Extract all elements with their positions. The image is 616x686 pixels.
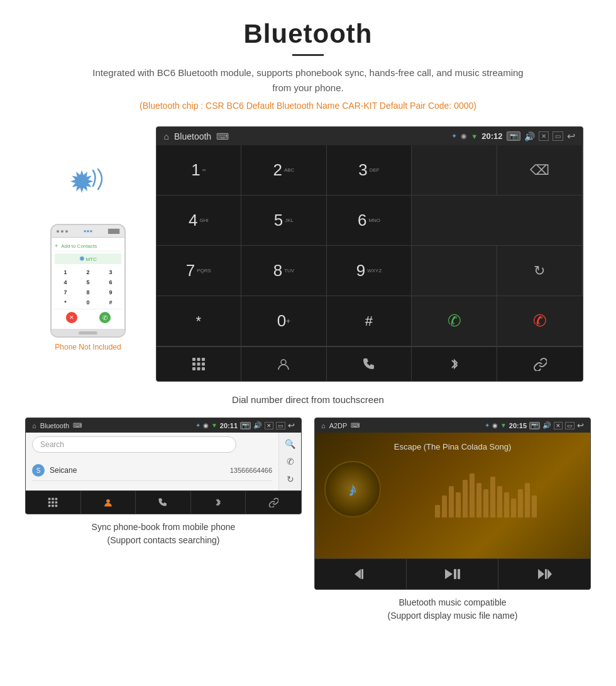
music-bt-icon: ✦	[485, 422, 490, 429]
phone-screen-content: + Add to Contacts ✹ MTC 1 2 3 4 5 6 7 8 …	[52, 238, 124, 329]
add-contact-bar: + Add to Contacts	[55, 241, 121, 252]
pb-home-icon[interactable]: ⌂	[32, 422, 36, 429]
svg-rect-10	[48, 498, 51, 501]
nav-link[interactable]	[497, 347, 583, 381]
page-title: Bluetooth	[13, 19, 603, 49]
music-play-pause[interactable]	[407, 559, 498, 589]
music-usb-icon: ⌨	[351, 422, 360, 429]
music-close-icon[interactable]: ✕	[554, 422, 563, 429]
sync-icon[interactable]: ↻	[287, 474, 294, 484]
pb-signal-icon: ▼	[211, 422, 217, 429]
contact-name: Seicane	[50, 466, 230, 475]
svg-rect-24	[458, 569, 460, 579]
svg-rect-6	[192, 367, 195, 370]
phone-call-btn[interactable]: ✆	[99, 312, 111, 323]
dial-key-9[interactable]: 9WXYZ	[327, 246, 412, 296]
music-status-bar: ⌂ A2DP ⌨ ✦ ◉ ▼ 20:15 📷 🔊 ✕ ▭ ↩	[315, 418, 590, 433]
dial-backspace[interactable]: ⌫	[497, 145, 583, 196]
dial-key-7[interactable]: 7PQRS	[157, 246, 242, 296]
dialpad-grid: 1∞ 2ABC 3DEF ⌫ 4GHI 5JKL 6MNO	[157, 145, 583, 346]
dial-key-hash[interactable]: #	[327, 296, 412, 346]
nav-contacts[interactable]	[241, 347, 327, 381]
phone-top-bar: ●●● ▇▇▇	[52, 225, 124, 238]
album-art-container: ♪ ✦	[324, 461, 581, 517]
subtitle-text: Integrated with BC6 Bluetooth module, su…	[88, 65, 528, 96]
music-title: A2DP	[329, 422, 348, 429]
dial-reload[interactable]: ↻	[497, 246, 583, 296]
svg-marker-22	[445, 569, 453, 579]
dial-call-red[interactable]: ✆	[497, 296, 583, 346]
contact-number: 13566664466	[230, 467, 272, 474]
search-icon[interactable]: 🔍	[285, 439, 295, 449]
pb-close-icon[interactable]: ✕	[265, 422, 273, 429]
contact-row[interactable]: S Seicane 13566664466	[32, 460, 272, 481]
signal-icon: ▼	[471, 133, 478, 140]
camera-icon[interactable]: 📷	[507, 131, 520, 141]
music-camera-icon[interactable]: 📷	[529, 422, 540, 429]
music-controls	[315, 558, 590, 589]
dial-key-5[interactable]: 5JKL	[241, 196, 327, 246]
dial-key-1[interactable]: 1∞	[157, 145, 242, 196]
pb-back-icon[interactable]: ↩	[288, 421, 295, 430]
back-icon[interactable]: ↩	[567, 130, 575, 142]
dial-key-2[interactable]: 2ABC	[241, 145, 327, 196]
wifi-waves-icon	[88, 167, 113, 203]
music-screen: ⌂ A2DP ⌨ ✦ ◉ ▼ 20:15 📷 🔊 ✕ ▭ ↩ E	[314, 418, 591, 590]
call-icon[interactable]: ✆	[287, 456, 294, 467]
car-screen-main: ⌂ Bluetooth ⌨ ✦ ◉ ▼ 20:12 📷 🔊 ✕ ▭ ↩ 1∞	[156, 126, 583, 382]
dial-key-6[interactable]: 6MNO	[327, 196, 412, 246]
pb-nav-link[interactable]	[246, 491, 301, 514]
main-screen-section: ✹ ●●● ▇▇▇ + Add to	[0, 126, 616, 382]
pb-camera-icon[interactable]: 📷	[240, 422, 251, 429]
eq-bar	[463, 480, 468, 517]
call-red-icon: ✆	[533, 311, 547, 331]
pb-nav-phone[interactable]	[136, 491, 191, 514]
svg-rect-23	[454, 569, 456, 579]
music-next[interactable]	[498, 559, 590, 589]
music-back-icon[interactable]: ↩	[577, 421, 584, 430]
music-prev[interactable]	[315, 559, 407, 589]
dial-key-4[interactable]: 4GHI	[157, 196, 242, 246]
search-input[interactable]: Search	[32, 436, 236, 453]
dial-key-3[interactable]: 3DEF	[327, 145, 412, 196]
pb-nav-dialpad[interactable]	[26, 491, 81, 514]
nav-phone[interactable]	[327, 347, 412, 381]
album-art: ♪ ✦	[324, 461, 381, 517]
svg-rect-18	[55, 505, 58, 507]
svg-marker-25	[538, 569, 544, 579]
pb-title: Bluetooth	[40, 422, 69, 429]
svg-rect-17	[52, 505, 54, 507]
eq-bar	[504, 492, 509, 517]
phonebook-block: ⌂ Bluetooth ⌨ ✦ ◉ ▼ 20:11 📷 🔊 ✕ ▭ ↩	[25, 418, 302, 626]
svg-marker-20	[355, 569, 361, 579]
volume-icon[interactable]: 🔊	[524, 131, 535, 141]
pb-nav-contacts-active[interactable]	[81, 491, 136, 514]
home-icon[interactable]: ⌂	[164, 131, 169, 141]
car-status-bar: ⌂ Bluetooth ⌨ ✦ ◉ ▼ 20:12 📷 🔊 ✕ ▭ ↩	[157, 127, 583, 145]
dial-key-8[interactable]: 8TUV	[241, 246, 327, 296]
music-layout-icon[interactable]: ▭	[565, 422, 575, 429]
pb-volume-icon[interactable]: 🔊	[253, 421, 262, 429]
equalizer-visual	[390, 461, 581, 517]
nav-dialpad[interactable]	[157, 347, 242, 381]
nav-bluetooth[interactable]	[412, 347, 497, 381]
pb-nav-bluetooth[interactable]	[191, 491, 246, 514]
svg-point-19	[106, 499, 110, 503]
dial-empty-3	[412, 246, 497, 296]
svg-rect-16	[48, 505, 51, 507]
dial-key-0[interactable]: 0+	[241, 296, 327, 346]
dial-key-star[interactable]: *	[157, 296, 242, 346]
music-volume-icon[interactable]: 🔊	[542, 421, 551, 429]
eq-bar	[435, 505, 440, 517]
layout-icon[interactable]: ▭	[553, 131, 563, 141]
music-home-icon[interactable]: ⌂	[321, 422, 326, 429]
pb-bt-icon: ✦	[195, 422, 201, 429]
close-icon[interactable]: ✕	[539, 131, 549, 141]
contact-avatar: S	[32, 464, 45, 477]
title-section: Bluetooth Integrated with BC6 Bluetooth …	[0, 0, 616, 126]
pb-layout-icon[interactable]: ▭	[276, 422, 285, 429]
svg-rect-2	[202, 358, 205, 361]
eq-bar	[442, 495, 447, 517]
dial-call-green[interactable]: ✆	[412, 296, 497, 346]
svg-rect-15	[55, 501, 58, 504]
